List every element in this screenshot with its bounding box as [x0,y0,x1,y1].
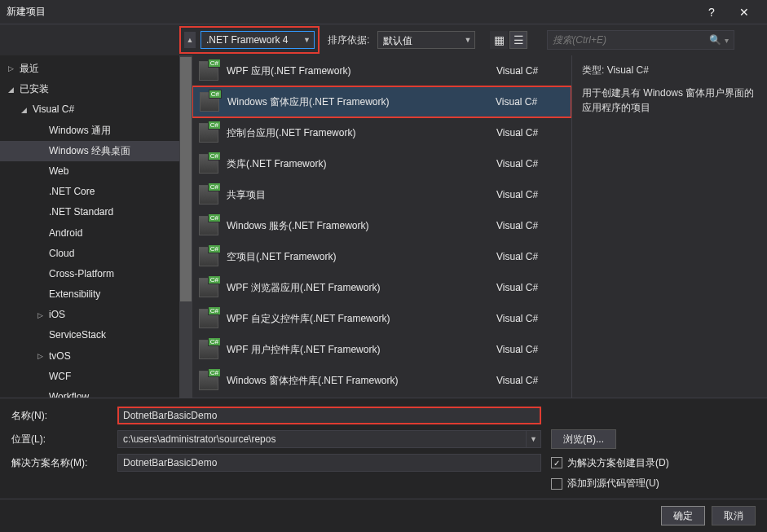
scroll-up-icon[interactable]: ▲ [184,32,196,48]
description-type: 类型: Visual C# [582,64,757,77]
framework-dropdown[interactable]: .NET Framework 4 ▼ [201,31,315,49]
csharp-badge-icon: C# [208,213,221,222]
sidebar-item[interactable]: Web [0,161,179,182]
search-clear-icon[interactable]: ▾ [725,36,729,45]
sidebar-recent[interactable]: ▷最近 [0,59,179,79]
location-label: 位置(L): [11,433,117,446]
description-blurb: 用于创建具有 Windows 窗体用户界面的应用程序的项目 [582,86,757,115]
window-title: 新建项目 [7,5,695,19]
sort-label: 排序依据: [328,33,369,47]
sidebar-item[interactable]: ServiceStack [0,325,179,345]
sidebar: ▷最近 ◢已安装 ◢Visual C# Windows 通用Windows 经典… [0,55,179,398]
view-toggle: ▦ ☰ [490,31,527,49]
template-name: WPF 浏览器应用(.NET Framework) [227,281,488,295]
sidebar-item[interactable]: Windows 经典桌面 [0,141,179,161]
template-row[interactable]: C#Windows 服务(.NET Framework)Visual C# [192,210,571,241]
template-name: 类库(.NET Framework) [227,157,488,171]
sidebar-item[interactable]: Android [0,223,179,244]
csharp-badge-icon: C# [208,59,221,68]
template-name: Windows 服务(.NET Framework) [227,219,488,233]
template-row[interactable]: C#WPF 自定义控件库(.NET Framework)Visual C# [192,303,571,334]
sidebar-item[interactable]: .NET Core [0,182,179,202]
template-row[interactable]: C#Windows 窗体控件库(.NET Framework)Visual C# [192,365,571,396]
source-control-checkbox[interactable]: 添加到源代码管理(U) [551,477,659,490]
template-icon: C# [199,309,218,328]
search-icon: 🔍 [709,34,721,46]
sort-value: 默认值 [383,35,412,46]
location-dropdown-icon[interactable]: ▼ [527,430,541,448]
template-lang: Visual C# [496,158,562,169]
sidebar-item[interactable]: ▷tvOS [0,346,179,367]
sort-dropdown[interactable]: 默认值 ▼ [377,31,475,49]
template-lang: Visual C# [496,96,561,108]
sidebar-item[interactable]: ▷iOS [0,305,179,325]
search-box[interactable]: 🔍 ▾ [547,30,734,50]
checkbox-icon: ✓ [551,457,562,468]
template-row[interactable]: C#类库(.NET Framework)Visual C# [192,148,571,179]
help-icon[interactable]: ? [695,6,728,19]
checkbox-icon [551,478,562,490]
template-name: WPF 用户控件库(.NET Framework) [227,343,488,357]
template-row[interactable]: C#空项目(.NET Framework)Visual C# [192,241,571,272]
template-scrollbar[interactable] [179,55,192,398]
footer: 确定 取消 [0,499,767,532]
template-row[interactable]: C#Windows 窗体应用(.NET Framework)Visual C# [192,86,571,117]
sidebar-item[interactable]: Extensibility [0,284,179,305]
location-input[interactable] [117,430,527,448]
template-lang: Visual C# [496,65,562,77]
sidebar-visual-csharp[interactable]: ◢Visual C# [0,99,179,120]
template-name: 空项目(.NET Framework) [227,250,488,264]
ok-button[interactable]: 确定 [661,506,705,525]
view-small-icons-button[interactable]: ▦ [490,31,508,49]
template-row[interactable]: C#共享项目Visual C# [192,179,571,210]
sidebar-item[interactable]: WCF [0,367,179,387]
sidebar-item[interactable]: Cross-Platform [0,264,179,284]
template-icon: C# [199,278,218,297]
template-icon: C# [199,340,218,359]
solution-input[interactable] [117,454,541,472]
template-icon: C# [200,92,219,112]
close-icon[interactable]: ✕ [728,6,760,19]
search-input[interactable] [553,34,709,46]
template-name: 控制台应用(.NET Framework) [227,126,488,140]
template-name: Windows 窗体控件库(.NET Framework) [227,374,488,388]
template-lang: Visual C# [496,344,562,355]
sidebar-item[interactable]: .NET Standard [0,202,179,222]
csharp-badge-icon: C# [208,306,221,315]
csharp-badge-icon: C# [208,182,221,191]
csharp-badge-icon: C# [208,244,221,253]
chevron-down-icon: ▼ [303,36,311,44]
template-lang: Visual C# [496,127,562,138]
name-input[interactable] [117,407,541,424]
csharp-badge-icon: C# [208,275,221,284]
sidebar-item[interactable]: Windows 通用 [0,121,179,141]
template-row[interactable]: C#WPF 应用(.NET Framework)Visual C# [192,55,571,86]
template-row[interactable]: C#WPF 浏览器应用(.NET Framework)Visual C# [192,272,571,303]
browse-button[interactable]: 浏览(B)... [551,429,616,449]
solution-label: 解决方案名称(M): [11,456,117,470]
template-lang: Visual C# [496,251,562,262]
template-icon: C# [199,123,218,143]
sidebar-installed[interactable]: ◢已安装 [0,79,179,99]
template-lang: Visual C# [496,313,562,324]
center: C#WPF 应用(.NET Framework)Visual C#C#Windo… [179,55,767,398]
main: ▷最近 ◢已安装 ◢Visual C# Windows 通用Windows 经典… [0,55,767,398]
create-dir-checkbox[interactable]: ✓ 为解决方案创建目录(D) [551,456,669,470]
template-icon: C# [199,371,218,390]
template-icon: C# [199,185,218,204]
template-lang: Visual C# [496,220,562,231]
sidebar-item[interactable]: Workflow [0,387,179,398]
template-lang: Visual C# [496,375,562,386]
cancel-button[interactable]: 取消 [712,506,756,525]
template-row[interactable]: C#控制台应用(.NET Framework)Visual C# [192,117,571,148]
view-list-button[interactable]: ☰ [509,31,527,49]
template-row[interactable]: C#WPF 用户控件库(.NET Framework)Visual C# [192,334,571,365]
sidebar-item[interactable]: Cloud [0,244,179,264]
csharp-badge-icon: C# [208,152,221,160]
template-name: WPF 应用(.NET Framework) [227,64,488,78]
csharp-badge-icon: C# [208,368,221,377]
template-lang: Visual C# [496,189,562,200]
scrollbar-thumb[interactable] [180,57,192,301]
chevron-down-icon: ▼ [464,36,471,44]
name-label: 名称(N): [11,409,117,423]
